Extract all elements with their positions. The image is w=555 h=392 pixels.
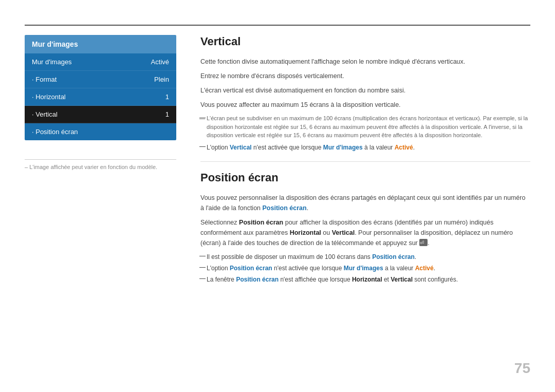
sidebar-item-mur[interactable]: Mur d'images Activé	[25, 53, 176, 71]
sidebar: Mur d'images Mur d'images Activé · Forma…	[25, 35, 176, 140]
position-note3-keyword1: Position écran	[236, 276, 279, 283]
position-para-2: Sélectionnez Position écran pour affiche…	[200, 217, 530, 248]
vertical-keyword-vertical: Vertical	[230, 144, 252, 151]
sidebar-item-horizontal-label: · Horizontal	[32, 93, 66, 101]
sidebar-note-area: – L'image affichée peut varier en foncti…	[25, 159, 176, 170]
position-note1-keyword: Position écran	[372, 253, 415, 260]
main-content: Vertical Cette fonction divise automatiq…	[200, 35, 530, 286]
sidebar-item-horizontal-value: 1	[165, 93, 169, 101]
sidebar-item-horizontal[interactable]: · Horizontal 1	[25, 88, 176, 106]
sidebar-item-vertical[interactable]: · Vertical 1	[25, 106, 176, 123]
position-section: Position écran Vous pouvez personnaliser…	[200, 171, 530, 284]
position-note3-keyword3: Vertical	[391, 276, 413, 283]
vertical-para-1: Cette fonction divise automatiquement l'…	[200, 57, 530, 67]
vertical-note-long: L'écran peut se subdiviser en un maximum…	[207, 114, 530, 140]
position-keyword-1: Position écran	[263, 204, 307, 212]
position-keyword-horiz: Horizontal	[290, 229, 321, 236]
position-keyword-vert: Vertical	[332, 229, 355, 236]
sidebar-item-format-label: · Format	[32, 76, 57, 83]
enter-icon	[419, 239, 428, 246]
top-divider	[25, 25, 530, 26]
position-para-1: Vous pouvez personnaliser la disposition…	[200, 193, 530, 213]
sidebar-item-position[interactable]: · Position écran	[25, 123, 176, 140]
position-note2-keyword3: Activé	[415, 265, 434, 272]
position-note-3: La fenêtre Position écran n'est affichée…	[207, 275, 530, 284]
position-note2-keyword2: Mur d'images	[344, 265, 383, 272]
sidebar-item-mur-value: Activé	[151, 58, 169, 66]
position-note2-keyword1: Position écran	[230, 265, 272, 272]
sidebar-item-format-value: Plein	[154, 76, 169, 83]
sidebar-note-text: – L'image affichée peut varier en foncti…	[25, 164, 176, 170]
sidebar-item-position-label: · Position écran	[32, 128, 78, 136]
vertical-para-4: Vous pouvez affecter au maximum 15 écran…	[200, 100, 530, 110]
page-number: 75	[514, 360, 530, 377]
vertical-title: Vertical	[200, 35, 530, 48]
sidebar-menu: Mur d'images Activé · Format Plein · Hor…	[25, 53, 176, 140]
sidebar-note-divider	[25, 159, 176, 160]
position-note3-keyword2: Horizontal	[352, 276, 382, 283]
sidebar-item-format[interactable]: · Format Plein	[25, 71, 176, 88]
sidebar-item-mur-label: Mur d'images	[32, 58, 72, 66]
section-divider	[200, 161, 530, 162]
position-keyword-select: Position écran	[239, 219, 283, 226]
vertical-para-3: L'écran vertical est divisé automatiquem…	[200, 85, 530, 96]
sidebar-item-vertical-value: 1	[165, 110, 169, 118]
position-title: Position écran	[200, 171, 530, 184]
vertical-keyword-mur: Mur d'images	[323, 144, 363, 151]
position-note-1: Il est possible de disposer un maximum d…	[207, 252, 530, 262]
vertical-keyword-active: Activé	[395, 144, 413, 151]
position-note-2: L'option Position écran n'est activée qu…	[207, 264, 530, 273]
sidebar-item-vertical-label: · Vertical	[32, 110, 58, 118]
vertical-para-2: Entrez le nombre d'écrans disposés verti…	[200, 71, 530, 81]
vertical-note-option: L'option Vertical n'est activée que lors…	[207, 143, 530, 152]
sidebar-header: Mur d'images	[25, 35, 176, 53]
